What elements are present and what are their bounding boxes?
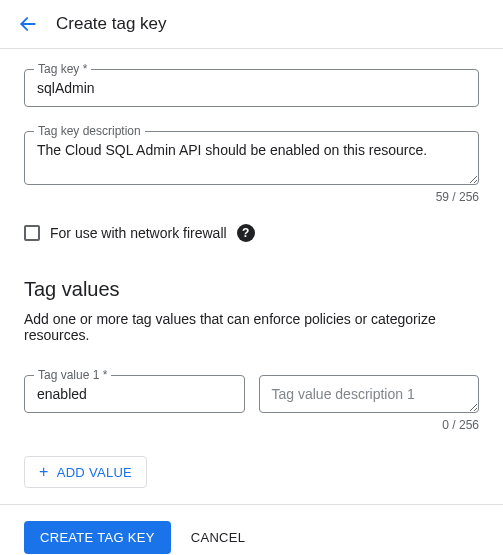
form-area: Tag key * Tag key description 59 / 256 F… <box>0 49 503 504</box>
tag-value-label: Tag value 1 * <box>34 368 111 382</box>
tag-key-description-charcount: 59 / 256 <box>24 190 479 204</box>
cancel-button[interactable]: CANCEL <box>191 530 246 545</box>
tag-value-row: Tag value 1 * 0 / 256 <box>24 375 479 432</box>
page-title: Create tag key <box>56 14 167 34</box>
tag-key-label: Tag key * <box>34 62 91 76</box>
tag-key-description-label: Tag key description <box>34 124 145 138</box>
create-tag-key-button[interactable]: CREATE TAG KEY <box>24 521 171 554</box>
firewall-checkbox-label: For use with network firewall <box>50 225 227 241</box>
help-icon[interactable]: ? <box>237 224 255 242</box>
footer: CREATE TAG KEY CANCEL <box>0 504 503 555</box>
tag-value-desc-input[interactable] <box>259 375 480 413</box>
tag-key-description-input[interactable] <box>24 131 479 185</box>
plus-icon: + <box>39 464 49 480</box>
tag-value-desc-charcount: 0 / 256 <box>259 418 480 432</box>
tag-key-field: Tag key * <box>24 69 479 107</box>
tag-value-field: Tag value 1 * <box>24 375 245 413</box>
add-value-label: ADD VALUE <box>57 465 132 480</box>
page-header: Create tag key <box>0 0 503 49</box>
tag-values-desc: Add one or more tag values that can enfo… <box>24 311 479 343</box>
firewall-checkbox-row: For use with network firewall ? <box>24 224 479 242</box>
tag-value-desc-field <box>259 375 480 416</box>
tag-key-input[interactable] <box>24 69 479 107</box>
firewall-checkbox[interactable] <box>24 225 40 241</box>
back-button[interactable] <box>16 12 40 36</box>
tag-values-title: Tag values <box>24 278 479 301</box>
tag-key-description-field: Tag key description <box>24 131 479 188</box>
arrow-left-icon <box>18 14 38 34</box>
add-value-button[interactable]: + ADD VALUE <box>24 456 147 488</box>
